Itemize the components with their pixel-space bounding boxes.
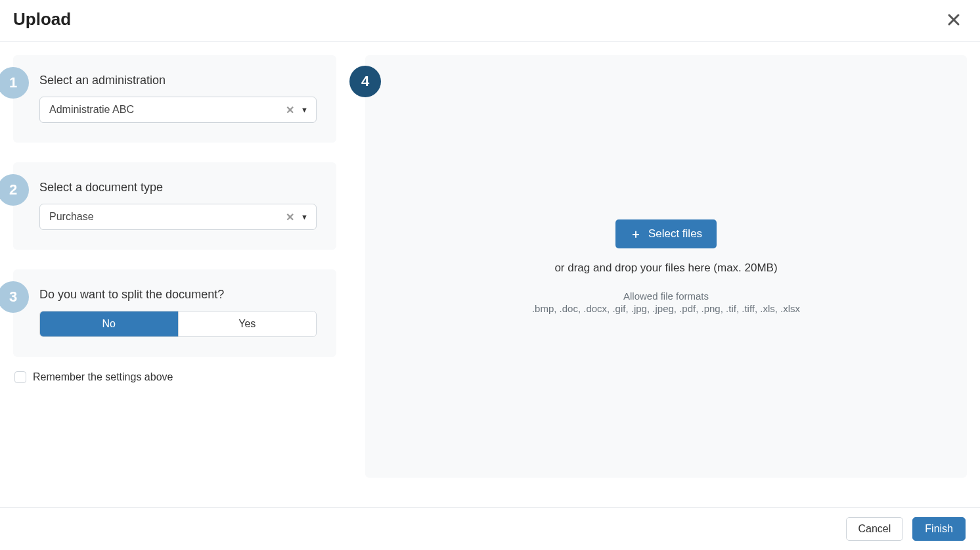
- split-no-button[interactable]: No: [40, 311, 179, 336]
- close-icon[interactable]: [945, 12, 963, 28]
- modal-header: Upload: [0, 0, 980, 42]
- upload-dropzone[interactable]: 4 ＋ Select files or drag and drop your f…: [365, 55, 967, 478]
- administration-select[interactable]: Administratie ABC ✕ ▼: [39, 97, 317, 123]
- step-card-administration: 1 Select an administration Administratie…: [13, 55, 336, 143]
- remember-label: Remember the settings above: [33, 371, 173, 383]
- steps-column: 1 Select an administration Administratie…: [13, 55, 336, 478]
- drop-hint-text: or drag and drop your files here (max. 2…: [554, 262, 777, 275]
- upload-column: 4 ＋ Select files or drag and drop your f…: [351, 55, 967, 478]
- modal-footer: Cancel Finish: [0, 507, 980, 550]
- administration-select-value: Administratie ABC: [49, 104, 282, 116]
- page-title: Upload: [13, 9, 71, 30]
- select-files-label: Select files: [648, 227, 702, 241]
- cancel-button[interactable]: Cancel: [846, 517, 904, 541]
- step-card-document-type: 2 Select a document type Purchase ✕ ▼: [13, 162, 336, 250]
- step-badge-4: 4: [349, 66, 381, 97]
- chevron-down-icon[interactable]: ▼: [298, 213, 311, 221]
- step-badge-2: 2: [0, 174, 29, 206]
- step-title-3: Do you want to split the document?: [39, 288, 317, 302]
- clear-icon[interactable]: ✕: [282, 104, 298, 116]
- remember-checkbox[interactable]: [14, 371, 26, 383]
- document-type-select-value: Purchase: [49, 211, 282, 223]
- step-title-1: Select an administration: [39, 74, 317, 87]
- step-badge-3: 3: [0, 281, 29, 313]
- select-files-button[interactable]: ＋ Select files: [615, 219, 717, 248]
- document-type-select[interactable]: Purchase ✕ ▼: [39, 204, 317, 230]
- allowed-formats-title: Allowed file formats: [623, 290, 709, 302]
- step-title-2: Select a document type: [39, 181, 317, 195]
- allowed-formats-list: .bmp, .doc, .docx, .gif, .jpg, .jpeg, .p…: [532, 303, 800, 314]
- chevron-down-icon[interactable]: ▼: [298, 106, 311, 114]
- plus-icon: ＋: [630, 226, 642, 242]
- split-yes-button[interactable]: Yes: [179, 311, 317, 336]
- finish-button[interactable]: Finish: [912, 517, 966, 541]
- split-toggle-group: No Yes: [39, 311, 317, 337]
- step-badge-1: 1: [0, 67, 29, 99]
- clear-icon[interactable]: ✕: [282, 211, 298, 223]
- modal-body: 1 Select an administration Administratie…: [0, 42, 980, 478]
- remember-settings-row: Remember the settings above: [13, 371, 336, 383]
- step-card-split-document: 3 Do you want to split the document? No …: [13, 269, 336, 357]
